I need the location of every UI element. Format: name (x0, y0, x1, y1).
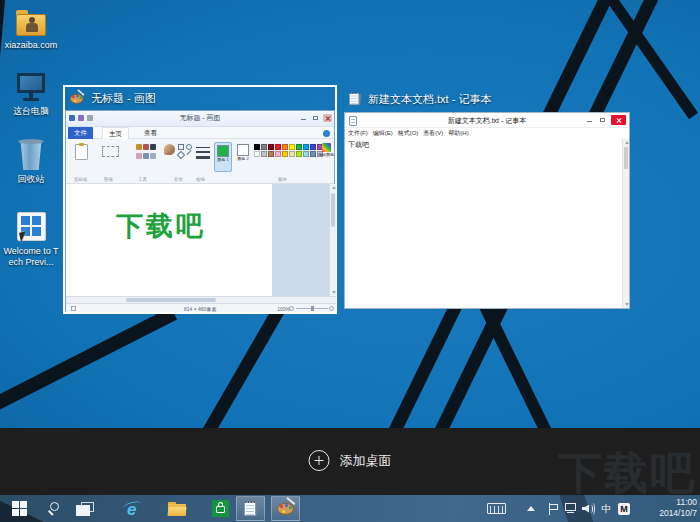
canvas-dimensions: 814 × 460像素 (184, 306, 216, 312)
clock[interactable]: 11:00 2014/10/7 (637, 495, 697, 522)
zoom-out-icon (289, 306, 294, 311)
touch-keyboard-button[interactable] (484, 495, 508, 522)
folder-icon (168, 502, 186, 516)
paint-view-tab: 查看 (138, 127, 163, 139)
menu-item: 帮助(H) (448, 129, 468, 138)
file-explorer-button[interactable] (162, 495, 192, 522)
menu-item: 格式(O) (398, 129, 419, 138)
palette-color (254, 144, 260, 150)
desktop-icon-this-pc[interactable]: 这台电脑 (2, 70, 60, 117)
flag-icon (549, 503, 559, 515)
palette-color (303, 144, 309, 150)
color2-button: 颜色 2 (234, 142, 252, 172)
palette-color (268, 144, 274, 150)
notepad-thumbnail-title: 新建文本文档.txt - 记事本 (368, 92, 491, 107)
notepad-text-area: 下载吧 (345, 139, 629, 308)
color2-swatch (237, 144, 249, 156)
close-icon (323, 114, 332, 122)
palette-color (289, 144, 295, 150)
edit-colors-icon (322, 143, 331, 152)
palette-color (275, 151, 281, 157)
color-palette-row2 (254, 151, 323, 157)
search-button[interactable] (42, 495, 68, 522)
task-view-button[interactable] (72, 495, 98, 522)
paste-icon (75, 144, 88, 160)
clock-date: 2014/10/7 (637, 508, 697, 519)
palette-color (310, 151, 316, 157)
palette-color (275, 144, 281, 150)
show-hidden-icons-button[interactable] (523, 495, 539, 522)
zoom-slider-knob (311, 306, 314, 311)
shapes-icon (178, 144, 194, 159)
computer-icon (13, 70, 49, 104)
paint-canvas-text: 下载吧 (116, 208, 206, 244)
palette-color (282, 151, 288, 157)
group-label: 剪贴板 (74, 177, 88, 182)
palette-color (282, 144, 288, 150)
action-center-button[interactable] (546, 495, 562, 522)
start-button[interactable] (4, 495, 36, 522)
store-button[interactable] (205, 495, 235, 522)
ime-mode-indicator: 中 (602, 502, 612, 516)
palette-color (310, 144, 316, 150)
network-button[interactable] (562, 495, 580, 522)
paint-home-tab: 主页 (102, 127, 129, 139)
volume-button[interactable] (580, 495, 597, 522)
paint-thumbnail-title: 无标题 - 画图 (91, 91, 156, 106)
paint-thumbnail-header: 无标题 - 画图 (65, 87, 335, 109)
paint-status-bar: 814 × 460像素 100% (66, 303, 336, 312)
palette-color (289, 151, 295, 157)
notepad-titlebar: 新建文本文档.txt - 记事本 (345, 113, 629, 128)
windows-task-view-screen: xiazaiba.com 这台电脑 回收站 Welcome to Tech Pr… (0, 0, 700, 522)
color1-button: 颜色 1 (214, 142, 232, 172)
chevron-up-icon (527, 506, 535, 511)
palette-color (296, 151, 302, 157)
store-icon (212, 500, 229, 517)
desktop-icon-recycle-bin[interactable]: 回收站 (2, 138, 60, 185)
size-icon (196, 147, 212, 162)
palette-color (254, 151, 260, 157)
zoom-in-icon (329, 306, 334, 311)
palette-color (261, 151, 267, 157)
watermark-text: 下载吧 (558, 444, 696, 495)
desktop-icon-label: Welcome to Tech Previ... (2, 246, 60, 268)
paint-window-preview: 无标题 - 画图 文件 主页 查看 (65, 110, 335, 312)
desktop-icon-xiazaiba[interactable]: xiazaiba.com (2, 4, 60, 51)
palette-color (296, 144, 302, 150)
palette-color (303, 151, 309, 157)
folder-user-icon (13, 4, 49, 38)
notepad-taskbar-button[interactable] (236, 496, 265, 521)
color1-swatch (217, 145, 229, 157)
add-desktop-button[interactable]: 添加桌面 (309, 450, 392, 471)
help-icon (323, 130, 330, 137)
task-view-paint-thumbnail[interactable]: 无标题 - 画图 无标题 - 画图 文件 主页 查看 (63, 85, 337, 314)
palette-color (268, 151, 274, 157)
notepad-content: 下载吧 (348, 140, 369, 150)
paint-icon (277, 501, 295, 516)
desktop-icon-welcome[interactable]: Welcome to Tech Previ... (2, 210, 60, 268)
menu-item: 文件(F) (348, 129, 368, 138)
speaker-icon (582, 503, 595, 515)
desktop-icon-label: xiazaiba.com (4, 40, 58, 51)
internet-explorer-icon: e (123, 500, 143, 518)
color-palette-row1 (254, 144, 323, 150)
ime-mode-button[interactable]: 中 (599, 495, 614, 522)
paint-ribbon: 颜色 1 颜色 2 编辑颜色 剪贴板 图像 工具 形状 粗细 颜色 (66, 139, 334, 184)
paint-window-title: 无标题 - 画图 (66, 113, 334, 123)
ime-letter-badge: M (618, 503, 630, 515)
group-label: 形状 (174, 177, 183, 182)
paint-window-controls (299, 114, 332, 122)
notepad-thumbnail-header: 新建文本文档.txt - 记事本 (344, 88, 632, 110)
desktop-icon-label: 这台电脑 (2, 106, 60, 117)
tools-group-icons (136, 144, 160, 161)
task-view-notepad-thumbnail[interactable]: 新建文本文档.txt - 记事本 新建文本文档.txt - 记事本 文件(F)编… (344, 88, 632, 310)
group-label: 图像 (104, 177, 113, 182)
notepad-window-controls (585, 115, 626, 125)
internet-explorer-button[interactable]: e (118, 495, 148, 522)
wallpaper-beam (0, 307, 177, 413)
keyboard-icon (487, 503, 506, 514)
paint-taskbar-button[interactable] (271, 496, 300, 521)
task-view-icon (76, 502, 94, 516)
ime-language-button[interactable]: M (616, 495, 632, 522)
close-icon (611, 115, 626, 125)
